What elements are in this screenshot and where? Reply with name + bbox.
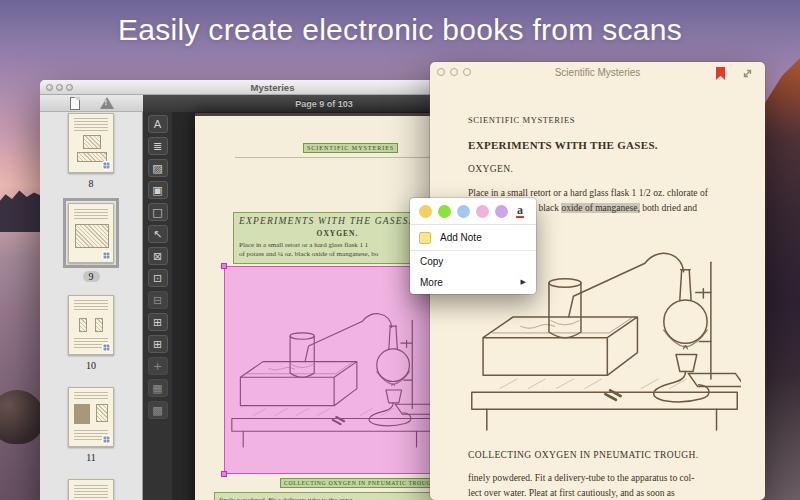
highlight-purple-swatch[interactable]	[495, 205, 508, 218]
text-lines-tool-icon[interactable]: ≣	[148, 137, 168, 155]
minimize-button[interactable]	[56, 84, 63, 91]
close-button[interactable]	[437, 68, 445, 76]
note-color-swatch	[419, 232, 431, 244]
thumbnail-label: 10	[86, 360, 96, 371]
window-title: Scientific Mysteries	[430, 62, 765, 83]
document-icon[interactable]	[70, 97, 80, 110]
thumbnail-page-10[interactable]: 10	[40, 295, 142, 371]
paragraph-line: finely powdered. Fit a delivery-tube to …	[468, 471, 741, 486]
split-regions-tool-icon[interactable]: ⊟	[148, 291, 168, 309]
thumbnail-image	[68, 387, 114, 447]
thumbnail-sidebar: 8 9 10	[40, 112, 143, 500]
thumbnail-label: 11	[86, 452, 96, 463]
highlight-pink-swatch[interactable]	[476, 205, 489, 218]
add-note-item[interactable]: Add Note	[410, 225, 536, 250]
warning-icon[interactable]	[100, 97, 114, 109]
thumbnail-image	[68, 203, 114, 263]
background-rock	[0, 390, 44, 444]
scan-toolbar	[40, 95, 143, 112]
reader-content: SCIENTIFIC MYSTERIES EXPERIMENTS WITH TH…	[430, 115, 765, 500]
reader-section-title: EXPERIMENTS WITH THE GASES.	[468, 139, 741, 151]
text-block-tool-icon[interactable]: ▣	[148, 181, 168, 199]
apparatus-figure	[229, 277, 435, 469]
window-controls	[437, 68, 471, 76]
highlight-blue-swatch[interactable]	[457, 205, 470, 218]
page-status-badge	[102, 343, 111, 352]
selection-handle-top-left[interactable]	[221, 263, 227, 269]
copy-label: Copy	[420, 256, 443, 267]
more-item[interactable]: More ▶	[410, 272, 536, 294]
add-column-tool-icon[interactable]: ⊞	[148, 335, 168, 353]
image-region-selection[interactable]	[224, 266, 441, 474]
thumbnail-label: 9	[83, 271, 100, 282]
caption-highlight[interactable]: COLLECTING OXYGEN IN PNEUMATIC TROUGH.	[280, 478, 442, 488]
scan-bottom-line: finely powdered. Fit a delivery-tube to …	[219, 495, 437, 500]
text-region-tool-icon[interactable]: A	[148, 115, 168, 133]
thumbnail-image	[68, 295, 114, 355]
scanned-page: SCIENTIFIC MYSTERIES EXPERIMENTS WITH TH…	[195, 113, 467, 500]
zoom-button[interactable]	[66, 84, 73, 91]
select-tool-icon[interactable]: ↖	[148, 225, 168, 243]
selection-handle-bottom-left[interactable]	[221, 471, 227, 477]
highlight-color-row: a	[410, 198, 536, 224]
reader-figure-caption: COLLECTING OXYGEN IN PNEUMATIC TROUGH.	[468, 450, 741, 460]
delete-region-tool-icon[interactable]: ⊠	[148, 247, 168, 265]
running-header-highlight[interactable]: SCIENTIFIC MYSTERIES	[303, 143, 398, 153]
grid-tool-icon[interactable]: ▩	[148, 401, 168, 419]
close-button[interactable]	[46, 84, 53, 91]
submenu-arrow-icon: ▶	[521, 278, 526, 286]
page-status-badge	[102, 161, 111, 170]
thumbnail-label: 8	[89, 178, 94, 189]
copy-item[interactable]: Copy	[410, 251, 536, 272]
minimize-button[interactable]	[450, 68, 458, 76]
thumbnail-image	[68, 113, 114, 173]
expand-icon[interactable]	[742, 68, 753, 79]
page-top-edge	[195, 113, 467, 116]
thumbnail-page-11[interactable]: 11	[40, 387, 142, 463]
image-region-tool-icon[interactable]: ▨	[148, 159, 168, 177]
highlight-yellow-swatch[interactable]	[419, 205, 432, 218]
page-status-badge	[102, 435, 111, 444]
hero-headline: Easily create electronic books from scan…	[0, 13, 800, 47]
page-status-badge	[102, 251, 111, 260]
add-note-label: Add Note	[440, 232, 482, 243]
thumbnail-page-12[interactable]: 12	[40, 479, 142, 500]
annotation-menu: a Add Note Copy More ▶	[410, 198, 536, 294]
zoom-button[interactable]	[463, 68, 471, 76]
text-color-button[interactable]: a	[516, 205, 524, 218]
more-label: More	[420, 277, 443, 288]
empty-region-tool-icon[interactable]: □	[148, 203, 168, 221]
reader-running-header: SCIENTIFIC MYSTERIES	[468, 115, 741, 125]
add-row-tool-icon[interactable]: ⊞	[148, 313, 168, 331]
region-toolstrip: A ≣ ▨ ▣ □ ↖ ⊠ ⊡ ⊟ ⊞ ⊞ + ▦ ▩	[143, 112, 172, 500]
table-tool-icon[interactable]: ▦	[148, 379, 168, 397]
reader-subsection: OXYGEN.	[468, 164, 741, 174]
thumbnail-page-8[interactable]: 8	[40, 113, 142, 189]
page-indicator: Page 9 of 103	[295, 99, 353, 109]
thumbnail-image	[68, 479, 114, 500]
text-selection[interactable]: oxide of manganese,	[561, 203, 639, 213]
text-region-highlight-2[interactable]: finely powdered. Fit a delivery-tube to …	[214, 492, 442, 500]
highlight-green-swatch[interactable]	[438, 205, 451, 218]
thumbnail-page-9[interactable]: 9	[40, 203, 142, 282]
window-controls	[46, 84, 73, 91]
paragraph-line: lect over water. Pleat at first cautious…	[468, 486, 741, 500]
reader-paragraph-2: finely powdered. Fit a delivery-tube to …	[468, 471, 741, 500]
merge-regions-tool-icon[interactable]: ⊡	[148, 269, 168, 287]
reader-window-titlebar[interactable]: Scientific Mysteries	[430, 62, 765, 83]
table-divider-tool-icon[interactable]: +	[148, 357, 168, 375]
